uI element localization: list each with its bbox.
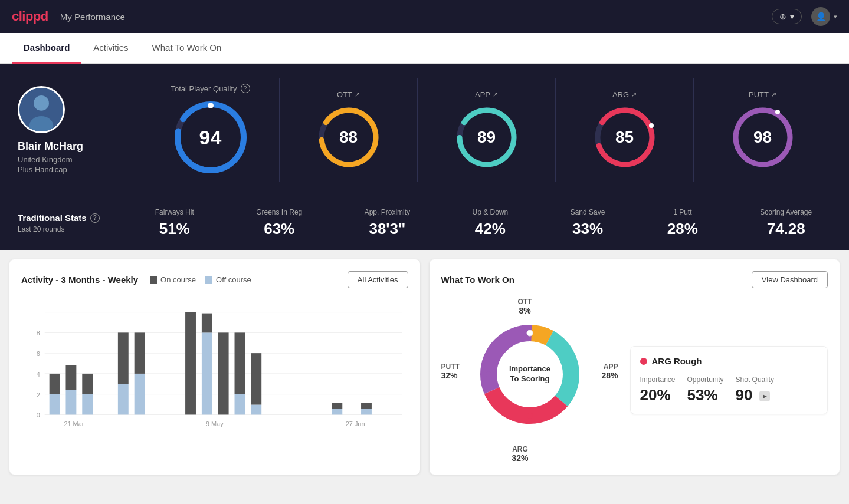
view-dashboard-button[interactable]: View Dashboard [752, 271, 828, 288]
svg-rect-31 [65, 365, 76, 390]
stat-updown-label: Up & Down [473, 208, 509, 216]
chart-legend: On course Off course [150, 275, 251, 284]
stat-greens: Greens In Reg 63% [256, 208, 302, 238]
tab-activities[interactable]: Activities [81, 33, 140, 64]
stats-title: Traditional Stats ? [18, 213, 112, 223]
svg-text:0: 0 [37, 411, 40, 419]
app-gauge: 89 [454, 105, 519, 170]
svg-point-64 [527, 413, 533, 419]
tab-what-to-work-on[interactable]: What To Work On [140, 33, 234, 64]
stat-proximity: App. Proximity 38'3" [365, 208, 410, 238]
chart-header-left: Activity - 3 Months - Weekly On course O… [21, 275, 251, 285]
stat-greens-label: Greens In Reg [256, 208, 302, 216]
arg-importance: Importance 20% [640, 375, 676, 404]
total-quality-gauge: 94 [172, 99, 249, 176]
stat-sandsave-label: Sand Save [571, 208, 605, 216]
stats-label-group: Traditional Stats ? Last 20 rounds [18, 213, 112, 233]
bar-chart-area: 0 2 4 6 8 [21, 300, 408, 418]
svg-point-5 [208, 103, 214, 108]
svg-rect-34 [118, 384, 129, 415]
plus-icon: ⊕ [779, 12, 786, 21]
total-quality-value: 94 [199, 126, 222, 149]
putt-arrow-icon: ↗ [771, 91, 776, 98]
legend-off-course: Off course [205, 275, 251, 284]
svg-rect-37 [135, 332, 145, 374]
arg-value: 85 [615, 128, 634, 147]
stats-info-icon[interactable]: ? [90, 213, 100, 223]
user-menu[interactable]: 👤 ▾ [811, 7, 837, 26]
bar-chart-svg: 0 2 4 6 8 [21, 300, 408, 430]
svg-rect-35 [118, 332, 129, 384]
arg-shot-quality-label: Shot Quality [736, 375, 774, 384]
player-handicap: Plus Handicap [18, 165, 67, 174]
svg-rect-32 [82, 394, 93, 415]
svg-text:4: 4 [37, 371, 40, 378]
svg-rect-48 [332, 409, 342, 414]
stats-subtitle: Last 20 rounds [18, 225, 112, 233]
svg-text:Importance: Importance [509, 364, 550, 373]
ott-arrow-icon: ↗ [355, 91, 360, 98]
stat-sandsave-value: 33% [571, 220, 605, 238]
donut-wrapper: OTT 8% APP 28% ARG 32% PUTT [441, 298, 618, 463]
stat-1putt-label: 1 Putt [667, 208, 698, 216]
stat-proximity-label: App. Proximity [365, 208, 410, 216]
wtwo-title: What To Work On [441, 275, 514, 285]
chart-title: Activity - 3 Months - Weekly [21, 275, 138, 285]
svg-rect-36 [135, 374, 145, 415]
svg-rect-51 [361, 403, 372, 409]
player-info: Blair McHarg United Kingdom Plus Handica… [18, 86, 124, 174]
stat-scoring: Scoring Average 74.28 [760, 208, 812, 238]
shot-quality-badge: ▸ [759, 391, 770, 401]
all-activities-button[interactable]: All Activities [348, 271, 408, 288]
wtwo-header: What To Work On View Dashboard [441, 271, 828, 288]
stat-sandsave: Sand Save 33% [571, 208, 605, 238]
score-arg: ARG ↗ 85 [556, 78, 694, 182]
svg-text:6: 6 [37, 350, 40, 357]
putt-label: PUTT ↗ [749, 90, 776, 99]
segment-label-arg: ARG 32% [512, 445, 529, 463]
hero-section: Blair McHarg United Kingdom Plus Handica… [0, 64, 849, 196]
ott-value: 88 [339, 128, 358, 147]
total-quality-info-icon[interactable]: ? [241, 84, 250, 93]
header-left: clippd My Performance [12, 9, 125, 24]
svg-rect-50 [361, 409, 372, 414]
arg-rough-stats: Importance 20% Opportunity 53% Shot Qual… [640, 375, 818, 404]
arg-shot-quality-value: 90 ▸ [736, 386, 774, 404]
stat-1putt-value: 28% [667, 220, 698, 238]
svg-text:21 Mar: 21 Mar [64, 420, 84, 427]
stats-bar: Traditional Stats ? Last 20 rounds Fairw… [0, 196, 849, 250]
score-putt: PUTT ↗ 98 [694, 78, 831, 182]
stat-fairways-value: 51% [155, 220, 194, 238]
wtwo-content: OTT 8% APP 28% ARG 32% PUTT [441, 298, 828, 463]
svg-rect-39 [185, 312, 196, 415]
svg-rect-47 [251, 353, 261, 404]
svg-point-10 [484, 108, 489, 113]
add-button[interactable]: ⊕ ▾ [772, 9, 802, 24]
player-country: United Kingdom [18, 155, 73, 164]
tab-dashboard[interactable]: Dashboard [12, 33, 81, 64]
user-chevron: ▾ [834, 13, 837, 21]
putt-gauge: 98 [730, 105, 795, 170]
donut-svg: Importance To Scoring [471, 315, 589, 433]
chart-card-header: Activity - 3 Months - Weekly On course O… [21, 271, 408, 288]
on-course-dot [150, 276, 157, 284]
svg-point-13 [649, 123, 654, 128]
arg-opportunity-value: 53% [687, 386, 724, 404]
svg-point-62 [527, 330, 533, 336]
header-right: ⊕ ▾ 👤 ▾ [772, 7, 837, 26]
putt-value: 98 [753, 128, 772, 147]
stat-fairways-label: Fairways Hit [155, 208, 194, 216]
what-to-work-on-card: What To Work On View Dashboard OTT 8% AP… [430, 259, 840, 475]
stat-greens-value: 63% [256, 220, 302, 238]
arg-opportunity-label: Opportunity [687, 375, 724, 384]
arg-importance-label: Importance [640, 375, 676, 384]
segment-label-ott: OTT 8% [518, 298, 532, 315]
stat-scoring-value: 74.28 [760, 220, 812, 238]
svg-rect-29 [50, 374, 60, 394]
score-ott: OTT ↗ 88 [280, 78, 418, 182]
page-title: My Performance [60, 12, 125, 22]
legend-on-course: On course [150, 275, 196, 284]
svg-rect-41 [202, 314, 212, 333]
stat-updown: Up & Down 42% [473, 208, 509, 238]
svg-text:2: 2 [37, 391, 40, 398]
